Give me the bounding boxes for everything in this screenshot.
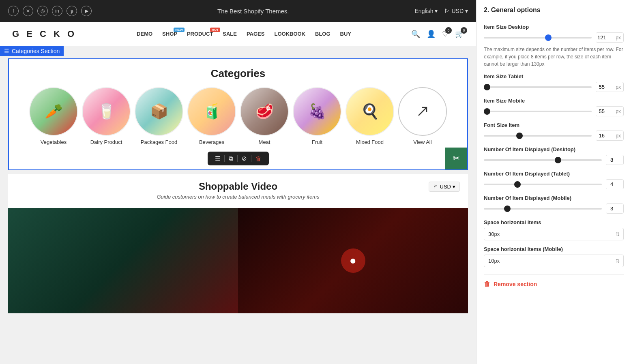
space-horizontal-select-wrap: 10px 20px 30px 40px 50px ⇅ <box>484 228 624 240</box>
space-horizontal-mobile-section: Space horizontal items (Mobile) 5px 10px… <box>484 246 624 267</box>
user-icon[interactable]: 👤 <box>427 30 436 39</box>
item-size-mobile-input-wrap: px <box>596 106 624 116</box>
item-size-mobile-input[interactable] <box>596 107 613 116</box>
nav-lookbook[interactable]: LOOKBOOK <box>274 31 305 37</box>
language-selector[interactable]: English ▾ <box>415 8 438 14</box>
category-beverages[interactable]: 🧃 Beverages <box>187 87 236 145</box>
top-bar-right: English ▾ 🏳 USD ▾ <box>415 8 468 14</box>
categories-section: Categories 🥕 Vegetables 🥛 Dairy Product <box>8 58 468 170</box>
category-meat-image: 🥩 <box>240 87 289 136</box>
site-logo[interactable]: G E C K O <box>12 29 77 39</box>
space-horizontal-mobile-select-wrap: 5px 10px 15px 20px ⇅ <box>484 255 624 267</box>
remove-section-button[interactable]: 🗑 Remove section <box>484 274 624 288</box>
cart-icon[interactable]: 🛒 0 <box>455 30 464 39</box>
instagram-icon[interactable]: ◎ <box>37 6 48 16</box>
svg-line-0 <box>419 107 427 116</box>
item-size-desktop-input[interactable] <box>596 33 613 42</box>
shoppable-title: Shoppable Video <box>16 181 460 192</box>
product-badge: HOT <box>210 28 220 32</box>
toolbar-divider-3 <box>251 155 251 162</box>
category-packages[interactable]: 📦 Packages Food <box>135 87 183 145</box>
num-items-tablet-label: Number Of Item Displayed (Tablet) <box>484 171 624 177</box>
font-size-item-label: Font Size Item <box>484 122 624 128</box>
num-items-desktop-row <box>484 155 624 165</box>
currency-selector[interactable]: 🏳 USD ▾ <box>444 8 468 14</box>
item-size-desktop-helper: The maximum size depends on the number o… <box>484 46 624 68</box>
nav-sale[interactable]: SALE <box>223 31 237 37</box>
font-size-item-slider[interactable] <box>484 135 592 137</box>
category-view-all[interactable]: View All <box>398 87 447 145</box>
item-size-desktop-input-wrap: px <box>596 32 624 43</box>
nav-links: DEMO SHOP NEW PRODUCT HOT SALE PAGES LOO… <box>137 31 351 37</box>
toolbar-delete-btn[interactable]: 🗑 <box>254 154 263 163</box>
category-fruit-image: 🍇 <box>293 87 341 136</box>
toolbar-copy-btn[interactable]: ⧉ <box>227 154 235 163</box>
nav-demo[interactable]: DEMO <box>137 31 152 37</box>
category-meat[interactable]: 🥩 Meat <box>240 87 289 145</box>
toolbar-disable-btn[interactable]: ⊘ <box>240 154 249 163</box>
num-items-mobile-input[interactable] <box>606 204 623 213</box>
category-fruit[interactable]: 🍇 Fruit <box>293 87 341 145</box>
num-items-desktop-slider[interactable] <box>484 159 602 161</box>
nav-product[interactable]: PRODUCT HOT <box>187 31 213 37</box>
shoppable-video-section: Shoppable Video 🏳 USD ▾ Guide customers … <box>8 174 468 313</box>
category-dairy[interactable]: 🥛 Dairy Product <box>82 87 131 145</box>
pinterest-icon[interactable]: 𝐩 <box>67 6 77 16</box>
chevron-down-icon: ▾ <box>465 8 468 14</box>
item-size-mobile-label: Item Size Mobile <box>484 98 624 104</box>
item-size-tablet-unit: px <box>613 84 623 90</box>
currency-selector-video[interactable]: 🏳 USD ▾ <box>429 182 460 192</box>
video-thumb-left[interactable] <box>8 208 238 313</box>
video-thumb-right[interactable]: ● <box>238 208 468 313</box>
linkedin-icon[interactable]: in <box>52 6 62 16</box>
currency-label-video: USD <box>440 184 451 190</box>
num-items-mobile-slider[interactable] <box>484 208 602 210</box>
category-mixed[interactable]: 🍳 Mixed Food <box>346 87 394 145</box>
space-horizontal-mobile-label: Space horizontal items (Mobile) <box>484 246 624 252</box>
num-items-tablet-input[interactable] <box>606 180 623 189</box>
space-horizontal-select[interactable]: 10px 20px 30px 40px 50px <box>484 228 624 240</box>
num-items-tablet-slider[interactable] <box>484 184 602 185</box>
item-size-mobile-slider[interactable] <box>484 111 592 112</box>
video-grid: ● <box>8 208 468 313</box>
space-horizontal-mobile-select[interactable]: 5px 10px 15px 20px <box>484 255 624 267</box>
category-packages-label: Packages Food <box>141 139 177 145</box>
toolbar-move-btn[interactable]: ☰ <box>213 154 222 163</box>
item-size-tablet-slider[interactable] <box>484 86 592 88</box>
nav-buy[interactable]: BUY <box>340 31 351 37</box>
item-size-mobile-unit: px <box>613 109 623 114</box>
categories-section-label[interactable]: ☰ Categories Section <box>0 46 64 56</box>
item-size-desktop-slider[interactable] <box>484 37 592 39</box>
font-size-item-input-wrap: px <box>596 131 624 141</box>
wishlist-icon[interactable]: ♡ 0 <box>442 30 449 39</box>
toolbar-divider-1 <box>224 155 225 162</box>
content-area: ☰ Categories Section Categories 🥕 Vegeta… <box>0 46 476 364</box>
font-size-item-unit: px <box>613 133 623 139</box>
youtube-icon[interactable]: ▶ <box>81 6 92 16</box>
space-horizontal-label: Space horizontal items <box>484 219 624 225</box>
nav-shop[interactable]: SHOP NEW <box>162 31 177 37</box>
social-links: f ✕ ◎ in 𝐩 ▶ <box>8 6 92 16</box>
font-size-item-input[interactable] <box>596 131 613 140</box>
item-size-desktop-unit: px <box>613 35 623 41</box>
facebook-icon[interactable]: f <box>8 6 19 16</box>
category-dairy-label: Dairy Product <box>90 139 122 145</box>
num-items-desktop-input[interactable] <box>606 155 623 165</box>
nav-blog[interactable]: BLOG <box>315 31 331 37</box>
navigation-bar: G E C K O DEMO SHOP NEW PRODUCT HOT SALE… <box>0 22 476 46</box>
item-size-tablet-input[interactable] <box>596 82 613 92</box>
font-size-item-row: px <box>484 131 624 141</box>
right-panel: 2. General options Item Size Desktop px … <box>476 0 631 364</box>
nav-pages[interactable]: PAGES <box>247 31 265 37</box>
flag-icon-video: 🏳 <box>433 184 438 190</box>
item-size-mobile-row: px <box>484 106 624 116</box>
category-view-all-label: View All <box>413 139 431 145</box>
twitter-icon[interactable]: ✕ <box>23 6 33 16</box>
search-icon[interactable]: 🔍 <box>411 30 420 39</box>
hamburger-icon: ☰ <box>4 48 9 54</box>
scissors-button[interactable]: ✂ <box>445 148 467 169</box>
item-size-tablet-section: Item Size Tablet px <box>484 73 624 92</box>
num-items-desktop-section: Number Of Item Displayed (Desktop) <box>484 146 624 165</box>
category-vegetables[interactable]: 🥕 Vegetables <box>29 87 78 145</box>
item-size-tablet-row: px <box>484 82 624 92</box>
